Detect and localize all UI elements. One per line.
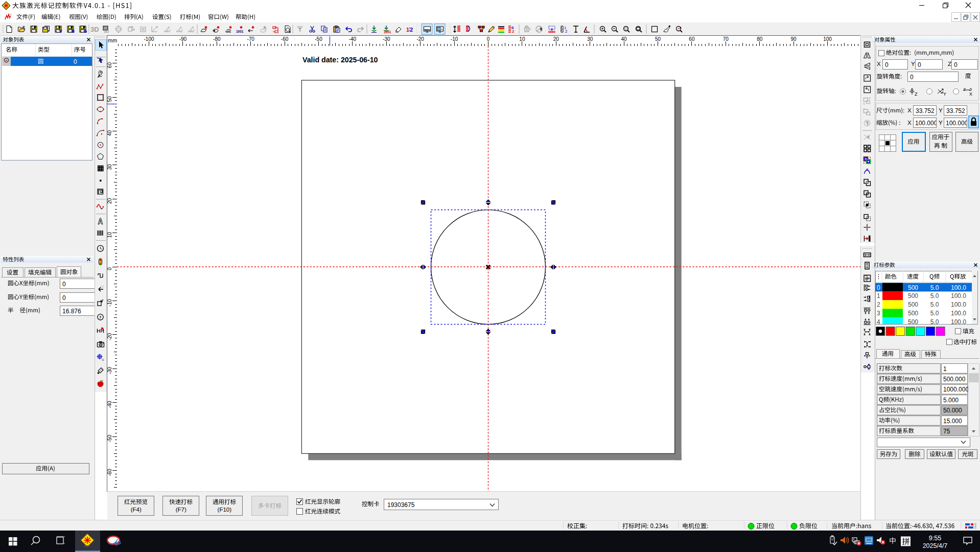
svg-text:3: 3 — [877, 310, 880, 317]
svg-text:1001: 1001 — [384, 30, 391, 34]
svg-text:-40: -40 — [349, 36, 357, 42]
svg-text:5.0: 5.0 — [930, 292, 939, 300]
svg-text:40: 40 — [621, 36, 627, 42]
svg-text:-60: -60 — [107, 469, 112, 476]
svg-text:5.000: 5.000 — [943, 396, 959, 403]
svg-text:-10: -10 — [107, 299, 112, 307]
svg-text:100: 100 — [823, 36, 832, 42]
svg-text:60: 60 — [107, 62, 112, 68]
svg-text:-100: -100 — [144, 36, 154, 42]
svg-text:2: 2 — [877, 301, 880, 308]
svg-text:9:55: 9:55 — [929, 535, 941, 542]
svg-text:15.000: 15.000 — [943, 417, 962, 424]
svg-text:500.000: 500.000 — [943, 375, 966, 382]
svg-text:40: 40 — [107, 130, 112, 136]
svg-text:0: 0 — [107, 267, 112, 270]
svg-text:?: ? — [99, 315, 102, 320]
svg-text:1: 1 — [406, 27, 409, 33]
svg-text:100.0: 100.0 — [951, 301, 966, 308]
svg-text:2: 2 — [565, 29, 568, 34]
svg-text:500: 500 — [908, 292, 918, 300]
svg-text:-50: -50 — [315, 36, 322, 42]
svg-text:1: 1 — [877, 292, 880, 300]
svg-text:XY: XY — [166, 29, 171, 33]
svg-text:50: 50 — [107, 96, 112, 102]
svg-text:100.0: 100.0 — [951, 292, 966, 300]
svg-text:-20: -20 — [107, 333, 112, 340]
svg-text:-60: -60 — [281, 36, 289, 42]
svg-text:100.0: 100.0 — [951, 310, 966, 317]
svg-text:20: 20 — [107, 198, 112, 204]
svg-text:5.0: 5.0 — [930, 310, 939, 317]
svg-text:0: 0 — [487, 36, 490, 42]
svg-text:50.000: 50.000 — [943, 407, 962, 414]
svg-text:2025/4/7: 2025/4/7 — [923, 542, 948, 549]
svg-text:G: G — [84, 29, 87, 34]
svg-text:-20: -20 — [416, 36, 424, 42]
svg-text:90: 90 — [791, 36, 797, 42]
svg-text:XZ: XZ — [190, 29, 195, 33]
svg-text:10: 10 — [107, 232, 112, 238]
svg-text:-30: -30 — [107, 367, 112, 375]
svg-text:30: 30 — [587, 36, 593, 42]
svg-text:2: 2 — [512, 29, 515, 34]
svg-text:50: 50 — [655, 36, 661, 42]
svg-text:-30: -30 — [383, 36, 390, 42]
svg-text:5.0: 5.0 — [930, 284, 939, 291]
svg-text:2: 2 — [410, 27, 413, 33]
svg-text:Z: Z — [915, 91, 918, 97]
svg-text:60: 60 — [689, 36, 695, 42]
svg-text:5.0: 5.0 — [930, 301, 939, 308]
svg-text:3D: 3D — [90, 26, 99, 33]
svg-text:1: 1 — [943, 365, 947, 372]
svg-text:1001: 1001 — [236, 30, 244, 33]
svg-text:mm: mm — [108, 37, 117, 43]
svg-text:-70: -70 — [247, 36, 254, 42]
svg-text:4: 4 — [877, 318, 880, 324]
svg-text:1000.000: 1000.000 — [943, 386, 969, 393]
svg-text:75: 75 — [943, 427, 950, 434]
svg-text:30: 30 — [107, 164, 112, 170]
svg-text:10: 10 — [519, 36, 525, 42]
svg-text:YZ: YZ — [178, 29, 183, 33]
svg-text:-80: -80 — [213, 36, 221, 42]
svg-text:500: 500 — [908, 310, 918, 317]
svg-text:500: 500 — [908, 284, 918, 291]
svg-text:-40: -40 — [107, 401, 112, 408]
svg-text:2: 2 — [265, 27, 267, 30]
svg-text:V: V — [59, 29, 62, 34]
svg-text:-50: -50 — [107, 434, 112, 442]
svg-text:20: 20 — [553, 36, 559, 42]
svg-text:80: 80 — [757, 36, 763, 42]
svg-text:Y: Y — [943, 91, 946, 97]
svg-text:3D: 3D — [104, 29, 109, 34]
svg-text:B: B — [72, 29, 75, 34]
svg-text:100.0: 100.0 — [951, 284, 966, 291]
svg-text:5.0: 5.0 — [930, 318, 939, 324]
svg-text:-90: -90 — [179, 36, 187, 42]
svg-text:100.0: 100.0 — [951, 318, 966, 324]
svg-text:-10: -10 — [451, 36, 458, 42]
svg-text:70: 70 — [723, 36, 729, 42]
svg-text:X: X — [969, 91, 972, 97]
svg-text:500: 500 — [908, 318, 918, 324]
svg-text:0: 0 — [877, 284, 880, 291]
svg-text:500: 500 — [908, 301, 918, 308]
